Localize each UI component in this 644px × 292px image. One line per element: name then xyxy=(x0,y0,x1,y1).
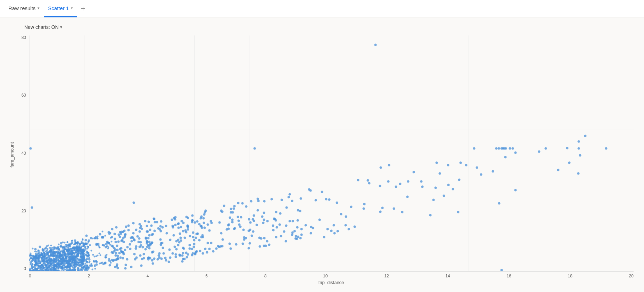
scatter-dot xyxy=(131,240,133,243)
grid-line-h xyxy=(29,224,634,224)
scatter-dot xyxy=(94,265,96,266)
scatter-dot xyxy=(30,261,32,264)
scatter-dot xyxy=(480,173,482,176)
scatter-dot xyxy=(276,226,278,229)
scatter-dot xyxy=(93,237,96,239)
scatter-dot xyxy=(234,227,236,229)
scatter-dot xyxy=(195,250,198,252)
scatter-dot xyxy=(84,246,86,248)
scatter-dot xyxy=(69,243,72,245)
scatter-dot xyxy=(225,228,228,230)
scatter-dot xyxy=(387,180,389,183)
scatter-dot xyxy=(179,232,181,235)
scatter-dot xyxy=(584,135,587,137)
scatter-dot xyxy=(102,237,104,239)
scatter-dot xyxy=(180,226,182,228)
scatter-dot xyxy=(191,214,194,217)
scatter-dot xyxy=(138,230,141,233)
scatter-dot xyxy=(92,254,94,256)
scatter-dot xyxy=(227,224,230,227)
scatter-dot xyxy=(173,217,175,220)
scatter-dot xyxy=(221,211,224,213)
scatter-dot xyxy=(184,229,187,232)
scatter-dot xyxy=(72,240,73,242)
scatter-dot xyxy=(310,226,313,228)
scatter-dot xyxy=(248,218,250,220)
scatter-dot xyxy=(80,250,81,252)
scatter-dot xyxy=(250,234,253,237)
tab-scatter-1[interactable]: Scatter 1 ▾ xyxy=(44,0,77,17)
scatter-dot xyxy=(105,243,107,245)
scatter-dot xyxy=(115,241,117,243)
scatter-dot xyxy=(100,262,102,264)
scatter-dot xyxy=(270,198,273,201)
scatter-dot xyxy=(42,264,43,266)
scatter-dot xyxy=(93,260,94,262)
scatter-dot xyxy=(300,228,303,230)
scatter-dot xyxy=(566,147,568,149)
scatter-dot xyxy=(87,252,89,254)
scatter-dot xyxy=(182,230,184,233)
scatter-dot xyxy=(95,260,97,262)
scatter-dot xyxy=(74,240,76,242)
scatter-dot xyxy=(57,264,59,266)
scatter-dot xyxy=(72,255,73,257)
scatter-dot xyxy=(285,240,287,243)
scatter-dot xyxy=(110,245,113,247)
scatter-dot xyxy=(435,162,438,164)
plot-area xyxy=(29,35,634,271)
scatter-dot xyxy=(465,164,467,166)
scatter-dot xyxy=(50,263,52,265)
scatter-dot xyxy=(380,166,382,169)
scatter-dot xyxy=(156,221,158,223)
scatter-dot xyxy=(247,247,250,250)
scatter-dot xyxy=(63,264,65,266)
scatter-dot xyxy=(147,258,149,260)
scatter-dot xyxy=(223,205,225,207)
scatter-dot xyxy=(31,206,33,209)
scatter-dot xyxy=(61,251,63,252)
scatter-dot xyxy=(257,209,259,211)
scatter-dot xyxy=(29,147,32,150)
scatter-dot xyxy=(498,202,501,205)
scatter-dot xyxy=(141,258,143,260)
grid-line-v xyxy=(84,35,84,271)
scatter-dot xyxy=(447,184,450,186)
scatter-dot xyxy=(53,249,55,251)
scatter-dot xyxy=(250,200,252,202)
x-tick-6: 6 xyxy=(205,274,208,278)
scatter-dot xyxy=(89,264,91,267)
scatter-dot xyxy=(43,258,46,260)
scatter-dot xyxy=(96,244,98,246)
scatter-dot xyxy=(181,260,183,262)
scatter-dot xyxy=(32,248,34,250)
scatter-dot xyxy=(169,238,172,241)
scatter-dot xyxy=(231,221,234,223)
scatter-dot xyxy=(38,252,41,254)
scatter-dot xyxy=(605,147,607,150)
scatter-dot xyxy=(151,259,153,262)
scatter-dot xyxy=(81,264,83,266)
scatter-dot xyxy=(162,247,164,249)
add-tab-button[interactable]: + xyxy=(77,5,89,13)
grid-line-v xyxy=(139,35,139,271)
scatter-dot xyxy=(107,231,110,234)
scatter-dot xyxy=(38,262,40,264)
scatter-dot xyxy=(544,147,547,150)
scatter-dot xyxy=(169,257,171,259)
scatter-dot xyxy=(182,248,185,250)
scatter-dot xyxy=(218,245,221,248)
new-charts-toggle[interactable]: New charts: ON ▾ xyxy=(24,24,62,30)
scatter-dot xyxy=(76,258,78,259)
scatter-dot xyxy=(63,260,65,263)
scatter-dot xyxy=(77,252,79,255)
scatter-dot xyxy=(249,221,252,224)
scatter-dot xyxy=(189,244,191,246)
scatter-dot xyxy=(183,258,185,260)
scatter-dot xyxy=(117,255,119,257)
scatter-dot xyxy=(118,234,120,236)
scatter-dot xyxy=(347,228,350,230)
tab-raw-results[interactable]: Raw results ▾ xyxy=(4,0,44,17)
scatter-dot xyxy=(498,147,500,150)
scatter-dot xyxy=(75,251,77,253)
